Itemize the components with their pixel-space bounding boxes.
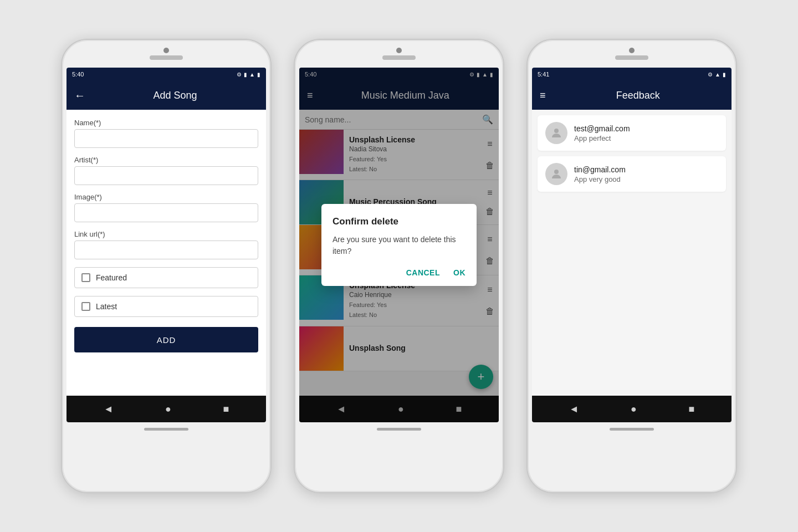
home-indicator-3 — [610, 428, 654, 431]
confirm-delete-dialog: Confirm delete Are you sure you want to … — [321, 204, 477, 286]
speaker-3 — [615, 55, 648, 60]
feedback-msg-2: App very good — [574, 175, 626, 183]
home-nav-btn-3[interactable]: ● — [631, 403, 637, 415]
link-label: Link url(*) — [74, 230, 258, 238]
feedback-text-2: tin@gmail.com App very good — [574, 165, 626, 183]
featured-label: Featured — [96, 273, 127, 282]
name-label: Name(*) — [74, 119, 258, 127]
battery-icon-3: ▮ — [723, 71, 726, 78]
feedback-phone: 5:41 ⚙ ▲ ▮ ≡ Feedback tes — [526, 39, 737, 493]
image-field-group: Image(*) — [74, 193, 258, 222]
feedback-item-2: tin@gmail.com App very good — [538, 156, 726, 192]
battery-icon-1: ▮ — [257, 71, 260, 78]
wifi-icon-3: ▲ — [715, 71, 720, 78]
artist-label: Artist(*) — [74, 156, 258, 164]
screen-1: 5:40 ⚙ ▮ ▲ ▮ ← Add Song Name(*) Artist(*… — [66, 68, 266, 422]
screen-2: 5:40 ⚙ ▮ ▲ ▮ ≡ Music Medium Java 🔍 Un — [299, 68, 499, 422]
avatar-2 — [545, 163, 567, 185]
svg-point-1 — [554, 170, 559, 174]
bottom-nav-3: ◄ ● ■ — [532, 396, 732, 422]
image-label: Image(*) — [74, 193, 258, 201]
artist-field-group: Artist(*) — [74, 156, 258, 185]
add-button[interactable]: ADD — [74, 327, 258, 352]
settings-icon-3: ⚙ — [708, 71, 713, 78]
phone-bottom-2 — [300, 428, 498, 431]
artist-input[interactable] — [74, 166, 258, 185]
phone-top-1 — [68, 48, 265, 63]
name-field-group: Name(*) — [74, 119, 258, 148]
dialog-actions: CANCEL OK — [332, 268, 466, 277]
camera-3 — [629, 48, 635, 53]
camera-1 — [163, 48, 169, 53]
status-bar-3: 5:41 ⚙ ▲ ▮ — [532, 68, 732, 81]
phone-bottom-1 — [68, 428, 265, 431]
page-title-3: Feedback — [553, 90, 724, 101]
feedback-email-2: tin@gmail.com — [574, 165, 626, 174]
home-nav-btn-1[interactable]: ● — [165, 403, 171, 415]
speaker-2 — [382, 55, 416, 60]
back-button[interactable]: ← — [74, 89, 85, 102]
feedback-text-1: test@gmail.com App perfect — [574, 124, 630, 142]
svg-point-0 — [554, 129, 559, 133]
featured-checkbox[interactable] — [81, 273, 90, 282]
phone-bottom-3 — [533, 428, 730, 431]
app-bar-3: ≡ Feedback — [532, 81, 732, 110]
wifi-icon-1: ▲ — [249, 71, 255, 78]
ok-button[interactable]: OK — [453, 268, 466, 277]
add-song-phone: 5:40 ⚙ ▮ ▲ ▮ ← Add Song Name(*) Artist(*… — [61, 39, 272, 493]
home-indicator-2 — [377, 428, 421, 431]
latest-checkbox[interactable] — [81, 302, 90, 311]
latest-label: Latest — [96, 302, 117, 311]
latest-checkbox-row[interactable]: Latest — [74, 296, 258, 317]
bottom-nav-1: ◄ ● ■ — [66, 396, 266, 422]
dialog-title: Confirm delete — [332, 216, 466, 227]
screen-3: 5:41 ⚙ ▲ ▮ ≡ Feedback tes — [532, 68, 732, 422]
cancel-button[interactable]: CANCEL — [406, 268, 440, 277]
back-nav-btn-3[interactable]: ◄ — [569, 403, 579, 415]
status-icons-1: ⚙ ▮ ▲ ▮ — [237, 71, 260, 78]
feedback-email-1: test@gmail.com — [574, 124, 630, 133]
link-field-group: Link url(*) — [74, 230, 258, 259]
phone-top-3 — [533, 48, 730, 63]
avatar-1 — [545, 122, 567, 144]
dialog-message: Are you sure you want to delete this ite… — [332, 234, 466, 257]
form-content: Name(*) Artist(*) Image(*) Link url(*) F… — [66, 110, 266, 396]
feedback-msg-1: App perfect — [574, 134, 630, 142]
back-nav-btn-1[interactable]: ◄ — [104, 403, 114, 415]
page-title-1: Add Song — [92, 90, 258, 101]
camera-2 — [396, 48, 402, 53]
home-indicator-1 — [144, 428, 188, 431]
status-icons-3: ⚙ ▲ ▮ — [708, 71, 726, 78]
time-3: 5:41 — [538, 71, 549, 78]
status-bar-1: 5:40 ⚙ ▮ ▲ ▮ — [66, 68, 266, 81]
phone-top-2 — [300, 48, 498, 63]
app-bar-1: ← Add Song — [66, 81, 266, 110]
recent-nav-btn-1[interactable]: ■ — [223, 403, 229, 415]
settings-icon-1: ⚙ — [237, 71, 242, 78]
speaker-1 — [150, 55, 183, 60]
menu-icon-3[interactable]: ≡ — [540, 90, 546, 101]
link-input[interactable] — [74, 241, 258, 259]
recent-nav-btn-3[interactable]: ■ — [688, 403, 694, 415]
feedback-list: test@gmail.com App perfect tin@gmail.com… — [532, 110, 732, 396]
name-input[interactable] — [74, 129, 258, 148]
time-1: 5:40 — [72, 71, 84, 78]
feedback-item-1: test@gmail.com App perfect — [538, 115, 726, 151]
featured-checkbox-row[interactable]: Featured — [74, 267, 258, 288]
image-input[interactable] — [74, 203, 258, 222]
signal-icon-1: ▮ — [244, 71, 247, 78]
dialog-overlay: Confirm delete Are you sure you want to … — [299, 68, 499, 422]
music-list-phone: 5:40 ⚙ ▮ ▲ ▮ ≡ Music Medium Java 🔍 Un — [294, 39, 504, 493]
